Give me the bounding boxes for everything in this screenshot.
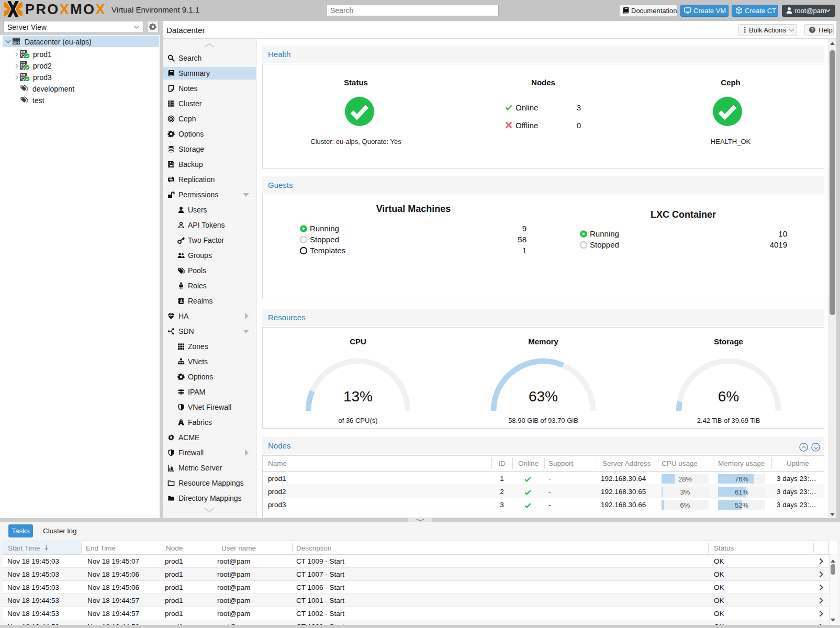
svg-text:?: ? — [811, 27, 813, 32]
